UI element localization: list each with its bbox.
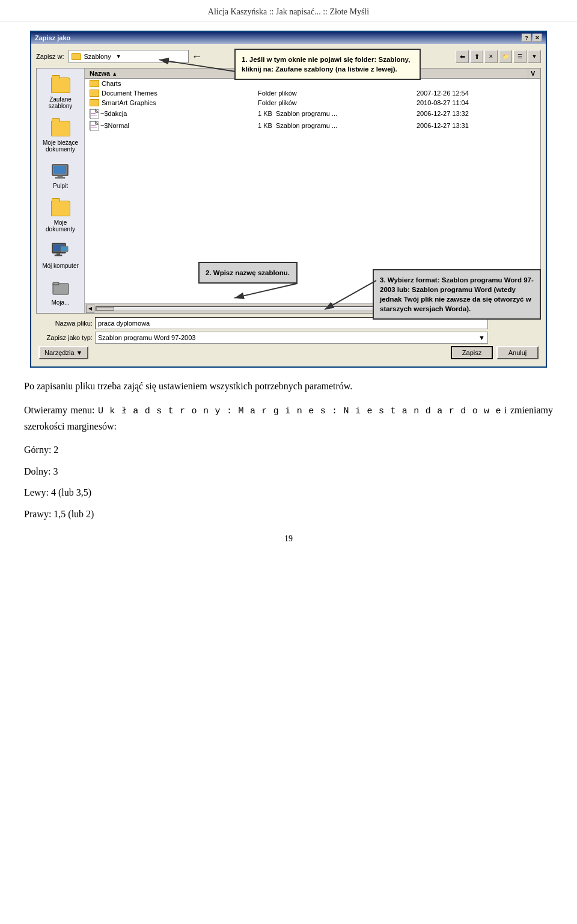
svg-rect-22 [91, 126, 96, 126]
margin-item-1: Dolny: 3 [24, 464, 553, 479]
folder-icon-smartart [90, 99, 99, 106]
shortcut-recent-docs[interactable]: Moje bieżące dokumenty [39, 117, 82, 155]
page-header: Alicja Kaszyńska :: Jak napisać... :: Zł… [0, 0, 577, 22]
callout3: 3. Wybierz format: Szablon programu Word… [373, 269, 541, 320]
save-button[interactable]: Zapisz [451, 346, 493, 359]
margin-item-2: Lewy: 4 (lub 3,5) [24, 485, 553, 500]
file-date-smartart: 2010-08-27 11:04 [412, 99, 540, 107]
svg-rect-3 [55, 177, 65, 178]
header-title: Alicja Kaszyńska :: Jak napisać... :: Zł… [208, 7, 369, 16]
file-name-dakcja: ~$dakcja [85, 108, 253, 119]
page-number: 19 [0, 534, 577, 556]
svg-rect-16 [91, 114, 96, 114]
doc-icon-normal [90, 121, 98, 130]
file-date-dakcja: 2006-12-27 13:32 [412, 109, 540, 118]
trusted-templates-icon [51, 76, 70, 95]
file-type-charts [253, 83, 382, 84]
margin-item-3: Prawy: 1,5 (lub 2) [24, 506, 553, 522]
svg-rect-9 [61, 247, 67, 251]
nav-new-folder[interactable]: 📁 [499, 50, 512, 63]
misc-icon [51, 279, 70, 298]
my-docs-icon [51, 199, 70, 218]
nav-views[interactable]: ☰ [513, 50, 527, 63]
shortcuts-sidebar: Zaufane szablony Moje bieżące dokumenty [37, 68, 85, 313]
shortcut-label-mydocs: Moje dokumenty [41, 219, 80, 233]
file-type-smartart: Folder plików [253, 99, 382, 107]
filetype-value: Szablon programu Word 97-2003 [98, 334, 195, 341]
para2-prefix: Otwieramy menu: [24, 405, 98, 415]
filetype-select[interactable]: Szablon programu Word 97-2003 ▼ [95, 332, 488, 344]
screenshot-container: Zapisz jako ? ✕ Zapisz w: Szab [30, 31, 547, 368]
svg-rect-11 [53, 282, 59, 285]
file-type-dakcja: 1 KB Szablon programu ... [253, 109, 382, 118]
file-size-charts [382, 83, 412, 84]
shortcut-label-mycomputer: Mój komputer [42, 263, 79, 269]
help-button[interactable]: ? [522, 34, 531, 42]
titlebar-buttons: ? ✕ [522, 34, 542, 42]
col-extra: V [528, 68, 540, 78]
svg-rect-23 [91, 127, 97, 127]
filename-label: Nazwa pliku: [38, 320, 93, 327]
arrow-left: ← [191, 50, 202, 63]
shortcut-label-trusted: Zaufane szablony [41, 96, 80, 109]
file-name-normal: ~$Normal [85, 120, 253, 131]
file-size-dakcja [382, 113, 412, 114]
callout2-text: 2. Wpisz nazwę szablonu. [206, 269, 290, 276]
nav-back[interactable]: ⬅ [456, 50, 469, 63]
current-folder-label: Szablony [84, 53, 111, 60]
shortcut-label-desktop: Pulpit [53, 183, 68, 189]
cancel-button[interactable]: Anuluj [496, 346, 539, 359]
folder-icon [72, 53, 81, 60]
nav-delete[interactable]: ✕ [484, 50, 498, 63]
shortcut-desktop[interactable]: Pulpit [39, 160, 82, 192]
dialog-titlebar: Zapisz jako ? ✕ [31, 32, 546, 44]
filetype-label: Zapisz jako typ: [38, 334, 93, 341]
folder-icon-docthemes [90, 90, 99, 97]
nav-up[interactable]: ⬆ [470, 50, 483, 63]
margins-list: Górny: 2 Dolny: 3 Lewy: 4 (lub 3,5) Praw… [24, 442, 553, 521]
file-type-normal: 1 KB Szablon programu ... [253, 121, 382, 130]
recent-docs-icon [51, 119, 70, 138]
close-button[interactable]: ✕ [533, 34, 542, 42]
file-row-docthemes[interactable]: Document Themes Folder plików 2007-12-26… [85, 88, 540, 98]
svg-rect-1 [54, 166, 66, 174]
file-date-docthemes: 2007-12-26 12:54 [412, 89, 540, 97]
margin-item-0: Górny: 2 [24, 442, 553, 458]
svg-rect-6 [56, 253, 60, 255]
shortcut-my-docs[interactable]: Moje dokumenty [39, 196, 82, 235]
tools-area: Narzędzia ▼ [38, 346, 88, 359]
combo-arrow: ▼ [116, 53, 121, 59]
folder-combo[interactable]: Szablony ▼ [69, 50, 189, 63]
file-row-normal[interactable]: ~$Normal 1 KB Szablon programu ... 2006-… [85, 120, 540, 132]
tools-button[interactable]: Narzędzia ▼ [38, 346, 88, 359]
svg-rect-17 [91, 115, 97, 115]
shortcut-misc[interactable]: Moja... [39, 276, 82, 308]
my-computer-icon [51, 242, 70, 261]
dialog-buttons-row: Narzędzia ▼ Zapisz Anuluj [38, 346, 539, 359]
filetype-arrow: ▼ [478, 334, 485, 341]
callout3-text: 3. Wybierz format: Szablon programu Word… [380, 276, 534, 312]
nav-buttons: ⬅ ⬆ ✕ 📁 ☰ ▼ [456, 50, 541, 63]
scroll-left-btn[interactable]: ◀ [86, 305, 94, 313]
save-in-label: Zapisz w: [36, 53, 64, 60]
folder-icon-charts [90, 80, 99, 87]
paragraph2: Otwieramy menu: U k ł a d s t r o n y : … [24, 403, 553, 434]
file-date-charts [412, 83, 540, 84]
dialog-title: Zapisz jako [35, 34, 70, 41]
scrollbar-thumb[interactable] [96, 307, 114, 311]
shortcut-trusted-templates[interactable]: Zaufane szablony [39, 73, 82, 112]
file-row-smartart[interactable]: SmartArt Graphics Folder plików 2010-08-… [85, 98, 540, 108]
file-name-smartart: SmartArt Graphics [85, 99, 253, 107]
svg-rect-2 [58, 175, 63, 177]
svg-rect-10 [53, 284, 69, 294]
nav-views2[interactable]: ▼ [528, 50, 541, 63]
paragraph1: Po zapisaniu pliku trzeba zająć się usta… [24, 378, 553, 394]
screenshot-wrapper: Zapisz jako ? ✕ Zapisz w: Szab [30, 31, 547, 368]
dialog-bottom: Nazwa pliku: Zapisz jako typ: Szablon pr… [36, 314, 541, 362]
file-row-charts[interactable]: Charts [85, 79, 540, 88]
file-size-normal [382, 125, 412, 126]
shortcut-my-computer[interactable]: Mój komputer [39, 240, 82, 272]
file-name-charts: Charts [85, 79, 253, 88]
file-row-dakcja[interactable]: ~$dakcja 1 KB Szablon programu ... 2006-… [85, 108, 540, 120]
svg-rect-7 [55, 255, 62, 256]
